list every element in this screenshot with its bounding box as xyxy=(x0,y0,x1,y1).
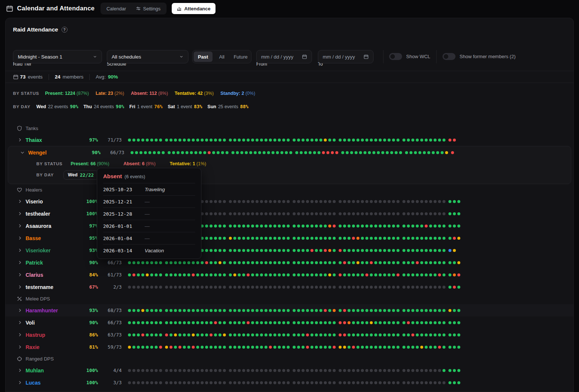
attendance-dot[interactable] xyxy=(132,261,135,264)
attendance-dot[interactable] xyxy=(282,273,285,276)
attendance-dot[interactable] xyxy=(411,321,414,324)
attendance-dot[interactable] xyxy=(383,200,386,203)
attendance-dot[interactable] xyxy=(210,225,213,227)
attendance-dot[interactable] xyxy=(273,333,276,336)
attendance-dot[interactable] xyxy=(448,200,451,203)
attendance-dot[interactable] xyxy=(365,273,368,276)
attendance-dot[interactable] xyxy=(348,369,351,372)
attendance-dot[interactable] xyxy=(356,139,359,142)
attendance-dot[interactable] xyxy=(361,333,364,336)
attendance-dot[interactable] xyxy=(453,212,456,215)
member-row[interactable]: Uniiq92%67/73 xyxy=(6,389,573,392)
attendance-dot[interactable] xyxy=(302,249,305,252)
attendance-dot[interactable] xyxy=(448,261,451,264)
attendance-dot[interactable] xyxy=(343,333,346,336)
attendance-dot[interactable] xyxy=(251,212,254,215)
attendance-dot[interactable] xyxy=(395,151,398,154)
attendance-dot[interactable] xyxy=(359,151,362,154)
attendance-dot[interactable] xyxy=(282,309,285,312)
attendance-dot[interactable] xyxy=(328,333,331,336)
attendance-dot[interactable] xyxy=(388,249,391,252)
attendance-dot[interactable] xyxy=(339,309,342,312)
attendance-dot[interactable] xyxy=(287,369,290,372)
attendance-dot[interactable] xyxy=(402,212,405,215)
attendance-dot[interactable] xyxy=(352,212,355,215)
attendance-dot[interactable] xyxy=(333,286,336,289)
attendance-dot[interactable] xyxy=(157,151,160,154)
attendance-dot[interactable] xyxy=(229,333,232,336)
attendance-dot[interactable] xyxy=(229,261,232,264)
attendance-dot[interactable] xyxy=(348,321,351,324)
attendance-dot[interactable] xyxy=(453,237,456,240)
attendance-dot[interactable] xyxy=(233,346,236,349)
attendance-dot[interactable] xyxy=(411,381,414,384)
attendance-dot[interactable] xyxy=(402,200,405,203)
attendance-dot[interactable] xyxy=(333,261,336,264)
attendance-dot[interactable] xyxy=(402,286,405,289)
attendance-dot[interactable] xyxy=(174,261,177,264)
attendance-dot[interactable] xyxy=(457,346,460,349)
attendance-dot[interactable] xyxy=(348,212,351,215)
attendance-dot[interactable] xyxy=(282,286,285,289)
attendance-dot[interactable] xyxy=(208,151,211,154)
attendance-dot[interactable] xyxy=(196,346,199,349)
attendance-dot[interactable] xyxy=(141,381,144,384)
attendance-dot[interactable] xyxy=(409,151,412,154)
attendance-dot[interactable] xyxy=(178,309,181,312)
attendance-dot[interactable] xyxy=(343,369,346,372)
attendance-dot[interactable] xyxy=(181,151,184,154)
attendance-dot[interactable] xyxy=(128,381,131,384)
attendance-dot[interactable] xyxy=(310,321,313,324)
attendance-dot[interactable] xyxy=(383,237,386,240)
attendance-dot[interactable] xyxy=(425,249,428,252)
attendance-dot[interactable] xyxy=(159,346,162,349)
attendance-dot[interactable] xyxy=(218,225,221,227)
attendance-dot[interactable] xyxy=(370,273,373,276)
attendance-dot[interactable] xyxy=(192,369,195,372)
attendance-dot[interactable] xyxy=(365,200,368,203)
attendance-dot[interactable] xyxy=(150,273,153,276)
member-row[interactable]: Muhlan100%4/4 xyxy=(6,364,573,376)
attendance-dot[interactable] xyxy=(293,369,296,372)
attendance-dot[interactable] xyxy=(453,261,456,264)
attendance-dot[interactable] xyxy=(251,200,254,203)
attendance-dot[interactable] xyxy=(352,369,355,372)
attendance-dot[interactable] xyxy=(326,151,329,154)
attendance-dot[interactable] xyxy=(293,261,296,264)
attendance-dot[interactable] xyxy=(260,200,263,203)
attendance-dot[interactable] xyxy=(260,225,263,227)
attendance-dot[interactable] xyxy=(392,273,395,276)
attendance-dot[interactable] xyxy=(178,333,181,336)
attendance-dot[interactable] xyxy=(187,309,190,312)
attendance-dot[interactable] xyxy=(155,309,158,312)
attendance-dot[interactable] xyxy=(365,381,368,384)
attendance-dot[interactable] xyxy=(128,369,131,372)
attendance-dot[interactable] xyxy=(328,286,331,289)
attendance-dot[interactable] xyxy=(457,309,460,312)
attendance-dot[interactable] xyxy=(356,249,359,252)
attendance-dot[interactable] xyxy=(295,151,298,154)
attendance-dot[interactable] xyxy=(352,249,355,252)
attendance-dot[interactable] xyxy=(210,333,213,336)
attendance-dot[interactable] xyxy=(388,321,391,324)
attendance-dot[interactable] xyxy=(411,212,414,215)
attendance-dot[interactable] xyxy=(416,273,419,276)
attendance-dot[interactable] xyxy=(205,249,208,252)
attendance-dot[interactable] xyxy=(315,321,318,324)
attendance-dot[interactable] xyxy=(416,309,419,312)
attendance-dot[interactable] xyxy=(356,346,359,349)
attendance-dot[interactable] xyxy=(238,273,241,276)
attendance-dot[interactable] xyxy=(150,346,153,349)
attendance-dot[interactable] xyxy=(379,346,382,349)
attendance-dot[interactable] xyxy=(361,139,364,142)
attendance-dot[interactable] xyxy=(242,225,245,227)
attendance-dot[interactable] xyxy=(356,369,359,372)
attendance-dot[interactable] xyxy=(293,286,296,289)
attendance-dot[interactable] xyxy=(302,381,305,384)
attendance-dot[interactable] xyxy=(333,369,336,372)
attendance-dot[interactable] xyxy=(310,369,313,372)
attendance-dot[interactable] xyxy=(457,237,460,240)
attendance-dot[interactable] xyxy=(361,346,364,349)
attendance-dot[interactable] xyxy=(214,249,217,252)
raid-tier-select[interactable]: Midnight - Season 1 xyxy=(13,50,102,63)
